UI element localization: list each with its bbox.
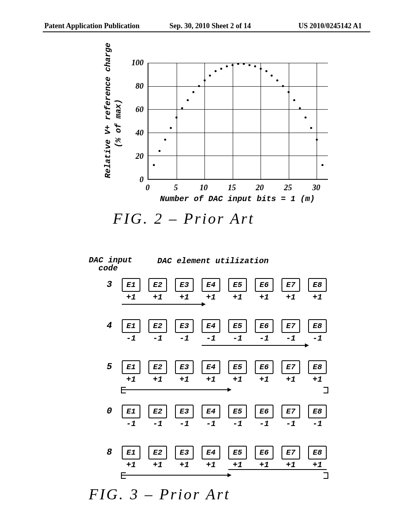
chart-dot — [288, 91, 290, 93]
dac-element-sign: -1 — [202, 334, 220, 343]
dac-element-cell: E8 — [308, 446, 327, 459]
chart-dot — [265, 70, 267, 72]
chart-dot — [192, 91, 194, 93]
dac-input-code: 5 — [103, 362, 115, 372]
chart-dot — [232, 64, 234, 66]
dac-element-sign: +1 — [148, 375, 167, 384]
fig2-chart-area — [148, 63, 328, 180]
dac-element-sign: +1 — [122, 293, 140, 302]
chart-dot — [321, 164, 323, 166]
chart-dot — [237, 63, 239, 65]
dac-element-cell: E7 — [282, 278, 300, 292]
dac-element-cell: E7 — [282, 446, 300, 459]
dac-element-cell: E5 — [228, 319, 247, 333]
arrow-line — [228, 469, 327, 470]
dac-element-cell: E2 — [148, 360, 167, 374]
ytick-40: 40 — [123, 128, 144, 137]
ytick-60: 60 — [123, 105, 144, 114]
dac-element-cell: E4 — [202, 446, 220, 459]
dac-input-code: 4 — [103, 321, 115, 331]
ytick-20: 20 — [123, 152, 144, 161]
dac-element-cell: E8 — [308, 319, 327, 333]
dac-element-cell: E6 — [255, 278, 273, 292]
chart-dot — [271, 75, 273, 77]
dac-element-cell: E5 — [228, 360, 247, 374]
chart-dot — [204, 79, 206, 81]
chart-dot — [310, 127, 312, 129]
arrow-line — [122, 389, 227, 390]
dac-element-cell: E5 — [228, 278, 247, 292]
chart-dot — [299, 107, 301, 109]
dac-element-sign: +1 — [202, 375, 220, 384]
xtick-15: 15 — [224, 183, 240, 192]
arrow-line — [202, 345, 305, 346]
dac-row: 4E1E2E3E4E5E6E7E8-1-1-1-1-1-1-1-1 — [89, 319, 347, 351]
chart-dot — [175, 116, 177, 118]
dac-element-sign: -1 — [282, 334, 300, 343]
dac-element-cell: E6 — [255, 360, 273, 374]
fig3-util-label: DAC element utilization — [157, 256, 269, 266]
dac-element-cell: E7 — [282, 319, 300, 333]
bracket-open-icon — [121, 387, 126, 393]
dac-element-sign: +1 — [282, 460, 300, 470]
dac-element-sign: +1 — [255, 375, 273, 384]
dac-element-cell: E8 — [308, 360, 327, 374]
dac-row: 3E1E2E3E4E5E6E7E8+1+1+1+1+1+1+1+1 — [89, 278, 347, 310]
xtick-30: 30 — [308, 183, 324, 192]
dac-element-sign: -1 — [308, 334, 327, 343]
dac-element-cell: E1 — [122, 278, 140, 292]
chart-dot — [153, 164, 155, 166]
dac-element-sign: +1 — [308, 375, 327, 384]
chart-dot — [293, 99, 295, 101]
dac-element-sign: +1 — [148, 460, 167, 470]
dac-element-cell: E2 — [148, 319, 167, 333]
fig2-ylabel-1: Relative V+ reference charge — [103, 43, 113, 178]
dac-element-cell: E6 — [255, 405, 273, 418]
chart-dot — [198, 85, 200, 87]
fig2-xlabel: Number of DAC input bits = 1 (m) — [148, 194, 327, 204]
figure-2: 100 80 60 40 20 0 0 5 10 15 20 25 30 Rel… — [113, 63, 347, 212]
dac-input-code: 3 — [103, 280, 115, 290]
chart-dot — [305, 116, 307, 118]
arrow-line — [122, 304, 202, 305]
dac-element-cell: E1 — [122, 446, 140, 459]
dac-element-sign: -1 — [255, 334, 273, 343]
chart-dot — [170, 127, 172, 129]
dac-element-cell: E1 — [122, 319, 140, 333]
dac-element-cell: E1 — [122, 405, 140, 418]
chart-dot — [248, 64, 250, 66]
chart-dot — [254, 65, 256, 67]
xtick-5: 5 — [168, 183, 184, 192]
dac-element-sign: +1 — [202, 293, 220, 302]
dac-element-sign: +1 — [282, 375, 300, 384]
dac-element-cell: E8 — [308, 278, 327, 292]
dac-element-sign: -1 — [175, 419, 194, 428]
dac-element-cell: E3 — [175, 446, 194, 459]
chart-dot — [243, 63, 245, 65]
dac-element-sign: +1 — [228, 293, 247, 302]
dac-row: 8E1E2E3E4E5E6E7E8+1+1+1+1+1+1+1+1 — [89, 446, 347, 480]
dac-element-sign: -1 — [202, 419, 220, 428]
dac-element-cell: E2 — [148, 278, 167, 292]
chart-dot — [164, 139, 166, 141]
chart-dot — [209, 75, 211, 77]
dac-element-cell: E1 — [122, 360, 140, 374]
dac-element-sign: +1 — [255, 293, 273, 302]
chart-dot — [187, 99, 189, 101]
dac-element-cell: E3 — [175, 405, 194, 418]
chart-dot — [159, 150, 161, 152]
chart-dot — [316, 139, 318, 141]
dac-element-sign: +1 — [228, 375, 247, 384]
arrow-head-icon — [305, 343, 309, 347]
arrow-head-icon — [202, 302, 206, 306]
dac-element-sign: -1 — [175, 334, 194, 343]
ytick-100: 100 — [123, 58, 144, 67]
fig2-caption: FIG. 2 – Prior Art — [113, 210, 371, 227]
chart-dot — [226, 65, 228, 67]
fig3-caption: FIG. 3 – Prior Art — [89, 485, 387, 503]
dac-element-sign: -1 — [122, 419, 140, 428]
dac-element-cell: E4 — [202, 319, 220, 333]
xtick-10: 10 — [196, 183, 212, 192]
dac-element-cell: E2 — [148, 446, 167, 459]
dac-element-sign: -1 — [255, 419, 273, 428]
